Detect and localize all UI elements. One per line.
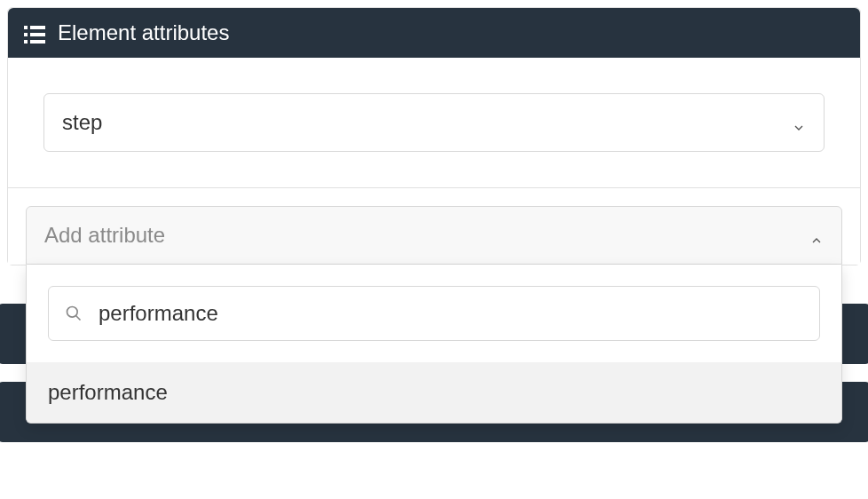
svg-point-6 bbox=[67, 307, 78, 318]
svg-rect-0 bbox=[24, 26, 28, 29]
primary-select-section: step bbox=[8, 58, 860, 188]
search-icon bbox=[65, 305, 83, 322]
svg-line-7 bbox=[76, 316, 81, 321]
add-attribute-dropdown: performance bbox=[26, 265, 842, 424]
attribute-search-box bbox=[48, 286, 820, 341]
element-type-select[interactable]: step bbox=[43, 93, 825, 152]
svg-rect-2 bbox=[24, 33, 28, 36]
svg-rect-5 bbox=[30, 40, 45, 44]
svg-rect-1 bbox=[30, 26, 45, 29]
add-attribute-combobox: Add attribute bbox=[26, 206, 842, 265]
list-icon bbox=[24, 24, 45, 42]
add-attribute-section: Add attribute bbox=[8, 188, 860, 265]
panel-header: Element attributes bbox=[8, 8, 860, 58]
element-type-value: step bbox=[62, 110, 102, 135]
chevron-up-icon bbox=[809, 228, 824, 242]
svg-rect-3 bbox=[30, 33, 45, 36]
panel-title: Element attributes bbox=[58, 20, 229, 45]
attribute-option[interactable]: performance bbox=[27, 362, 841, 423]
attribute-search-input[interactable] bbox=[99, 301, 803, 326]
svg-rect-4 bbox=[24, 40, 28, 44]
add-attribute-placeholder: Add attribute bbox=[44, 223, 165, 248]
chevron-down-icon bbox=[792, 115, 806, 130]
element-attributes-panel: Element attributes step Add attribute bbox=[7, 7, 861, 265]
add-attribute-trigger[interactable]: Add attribute bbox=[26, 206, 842, 265]
